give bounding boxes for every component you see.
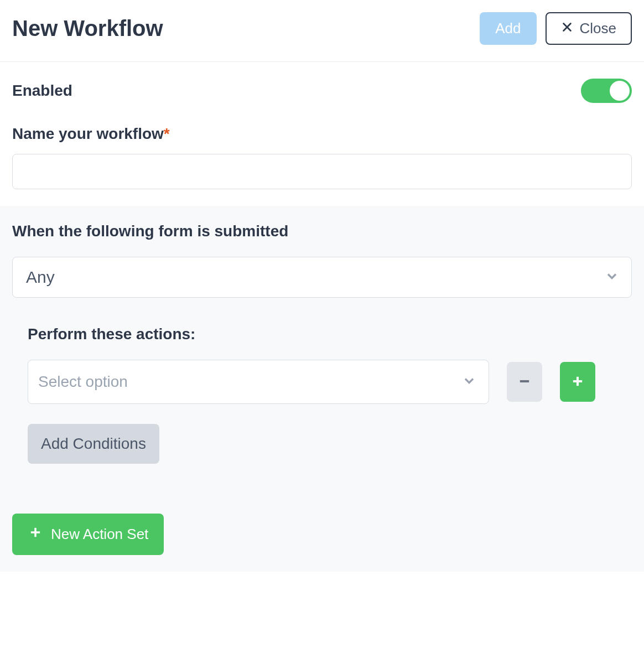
actions-heading: Perform these actions: [28,325,616,343]
close-button-label: Close [580,20,616,37]
page-title: New Workflow [12,16,163,41]
settings-section: Enabled Name your workflow* [0,62,644,206]
new-action-set-button[interactable]: New Action Set [12,514,164,555]
add-conditions-button[interactable]: Add Conditions [28,424,159,464]
add-action-button[interactable] [560,362,595,402]
name-label: Name your workflow* [12,125,632,143]
form-select-wrap: Any [12,257,632,298]
workflow-config-section: When the following form is submitted Any… [0,206,644,572]
header-actions: Add Close [480,12,632,45]
close-icon [561,21,573,37]
action-select-wrap: Select option [28,360,489,404]
add-button[interactable]: Add [480,12,536,45]
trigger-label: When the following form is submitted [12,222,632,240]
remove-action-button[interactable] [507,362,542,402]
action-select[interactable]: Select option [28,360,489,404]
plus-icon [570,374,585,391]
name-field-group: Name your workflow* [12,125,632,189]
actions-block: Perform these actions: Select option [12,325,632,464]
enabled-label: Enabled [12,82,72,100]
action-row: Select option [28,360,616,404]
page-header: New Workflow Add Close [0,0,644,62]
plus-icon [28,525,43,544]
enabled-toggle[interactable] [581,79,632,103]
toggle-knob [610,81,630,101]
close-button[interactable]: Close [546,12,632,45]
required-indicator: * [164,125,170,142]
minus-icon [517,374,532,391]
workflow-name-input[interactable] [12,154,632,189]
enabled-row: Enabled [12,79,632,103]
add-button-label: Add [495,20,521,37]
form-trigger-select[interactable]: Any [12,257,632,298]
